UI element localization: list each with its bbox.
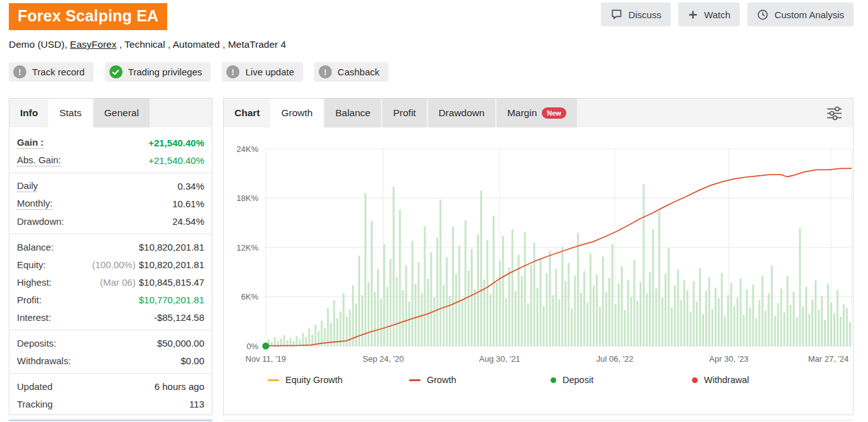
stat-row-interest: Interest:-$85,124.58 <box>9 308 212 326</box>
stat-row-monthly: Monthly:10.61% <box>9 195 212 212</box>
stat-label: Highest: <box>17 277 52 288</box>
stats-section: Deposits:$50,000.00Withdrawals:$0.00 <box>9 330 212 373</box>
stat-label: Equity: <box>17 259 46 270</box>
stat-label: Gain : <box>17 137 44 149</box>
exclamation-icon <box>13 65 26 78</box>
stats-section: Daily0.34%Monthly:10.61%Drawdown:24.54% <box>9 173 212 234</box>
stat-value: (Mar 06)$10,845,815.47 <box>100 277 204 288</box>
exclamation-icon <box>226 65 239 78</box>
svg-text:Aug 30, '21: Aug 30, '21 <box>479 354 520 364</box>
info-panel: InfoStatsGeneral Gain :+21,540.40%Abs. G… <box>9 98 212 415</box>
custom-analysis-button[interactable]: Custom Analysis <box>747 3 854 26</box>
badge-track-record: Track record <box>9 62 94 82</box>
chart-panel: ChartGrowthBalanceProfitDrawdownMarginNe… <box>223 98 854 415</box>
stat-value: 113 <box>189 399 204 409</box>
check-icon <box>109 65 123 78</box>
stat-label: Drawdown: <box>17 216 64 227</box>
stat-row-balance: Balance:$10,820,201.81 <box>9 238 212 256</box>
stat-label: Balance: <box>17 242 53 252</box>
info-tabstrip: InfoStatsGeneral <box>9 99 212 127</box>
stat-value: +21,540.40% <box>148 155 204 166</box>
badge-cashback: Cashback <box>314 62 388 82</box>
badge-live-update: Live update <box>222 62 303 82</box>
growth-chart: 0%6K%12K%18K%24K%Nov 11, '19Sep 24, '20A… <box>224 127 853 385</box>
stat-value: -$85,124.58 <box>154 312 204 323</box>
svg-text:Jul 06, '22: Jul 06, '22 <box>596 354 634 364</box>
legend-growth[interactable]: Growth <box>409 375 551 385</box>
stat-value: +21,540.40% <box>148 138 204 148</box>
new-badge: New <box>542 107 566 119</box>
badge-trading-privileges: Trading privileges <box>105 62 211 82</box>
legend-equity-growth[interactable]: Equity Growth <box>268 375 409 385</box>
stat-row-deposits: Deposits:$50,000.00 <box>9 334 212 352</box>
stat-value-note: (100.00%) <box>92 259 136 270</box>
tab-balance[interactable]: Balance <box>324 99 381 127</box>
tab-profit[interactable]: Profit <box>382 99 426 127</box>
svg-text:18K%: 18K% <box>236 193 258 203</box>
stat-value: $50,000.00 <box>157 338 204 349</box>
growth-swatch-icon <box>409 379 420 381</box>
stat-value-note: (Mar 06) <box>100 277 136 288</box>
legend-deposit[interactable]: Deposit <box>551 375 692 385</box>
stat-value: $10,770,201.81 <box>139 295 204 305</box>
discuss-button[interactable]: Discuss <box>601 3 671 26</box>
tab-chart: Chart <box>224 99 270 127</box>
growth-chart-svg: 0%6K%12K%18K%24K%Nov 11, '19Sep 24, '20A… <box>224 127 853 369</box>
tab-info: Info <box>9 99 48 127</box>
tab-stats[interactable]: Stats <box>48 99 92 127</box>
subtitle-prefix: Demo (USD), <box>9 39 70 50</box>
stat-row-profit: Profit:$10,770,201.81 <box>9 291 212 308</box>
header-actions: DiscussWatchCustom Analysis <box>601 3 854 26</box>
tab-growth[interactable]: Growth <box>270 99 323 127</box>
tab-margin[interactable]: MarginNew <box>497 99 577 127</box>
stat-row-withdrawals: Withdrawals:$0.00 <box>9 352 212 369</box>
svg-text:24K%: 24K% <box>236 144 258 154</box>
system-title: Forex Scalping EA <box>9 3 167 30</box>
page-header: Forex Scalping EA DiscussWatchCustom Ana… <box>0 0 868 82</box>
chart-legend: Equity GrowthGrowthDepositWithdrawal <box>224 375 853 385</box>
svg-text:Sep 24, '20: Sep 24, '20 <box>363 354 404 364</box>
svg-text:12K%: 12K% <box>236 243 258 252</box>
chart-settings-button[interactable] <box>816 99 853 127</box>
watch-button[interactable]: Watch <box>678 3 740 26</box>
stat-label: Profit: <box>17 295 41 305</box>
svg-text:Mar 27, '24: Mar 27, '24 <box>808 354 849 364</box>
stat-row-drawdown: Drawdown:24.54% <box>9 212 212 230</box>
stats-body: Gain :+21,540.40%Abs. Gain:+21,540.40%Da… <box>9 127 212 416</box>
stat-label: Abs. Gain: <box>17 154 61 166</box>
verification-badges: Track recordTrading privilegesLive updat… <box>9 62 854 82</box>
stat-label: Daily <box>17 180 38 192</box>
stat-value: (100.00%)$10,820,201.81 <box>92 259 205 270</box>
withdrawal-swatch-icon <box>692 377 698 383</box>
subtitle-suffix: , Technical , Automated , MetaTrader 4 <box>116 39 286 50</box>
system-subtitle: Demo (USD), EasyForex , Technical , Auto… <box>9 39 854 50</box>
main-content: InfoStatsGeneral Gain :+21,540.40%Abs. G… <box>9 98 854 415</box>
broker-link[interactable]: EasyForex <box>70 39 116 50</box>
next-section-edge-right <box>223 420 854 421</box>
stat-label: Deposits: <box>17 338 57 349</box>
stats-section: Updated6 hours agoTracking113 <box>9 373 212 416</box>
tab-drawdown[interactable]: Drawdown <box>428 99 495 127</box>
stat-value: $0.00 <box>180 355 204 366</box>
stat-row-updated: Updated6 hours ago <box>9 377 212 395</box>
chat-icon <box>610 8 623 21</box>
svg-text:6K%: 6K% <box>241 292 259 301</box>
stat-value: 10.61% <box>172 198 204 209</box>
svg-text:Nov 11, '19: Nov 11, '19 <box>246 354 286 364</box>
stats-section: Balance:$10,820,201.81Equity:(100.00%)$1… <box>9 234 212 330</box>
stat-label: Withdrawals: <box>17 355 71 366</box>
stat-row-gain: Gain :+21,540.40% <box>9 134 212 151</box>
stat-value: 0.34% <box>177 181 204 192</box>
exclamation-icon <box>319 65 332 78</box>
stat-value: 6 hours ago <box>155 381 204 392</box>
stat-value: $10,820,201.81 <box>139 242 204 252</box>
sliders-icon <box>826 106 843 121</box>
tab-general[interactable]: General <box>94 99 150 127</box>
legend-withdrawal[interactable]: Withdrawal <box>692 375 833 385</box>
clock-icon <box>757 9 769 21</box>
stat-row-abs-gain: Abs. Gain:+21,540.40% <box>9 151 212 169</box>
deposit-swatch-icon <box>551 377 556 383</box>
svg-text:0%: 0% <box>246 342 258 351</box>
stat-row-tracking: Tracking113 <box>9 395 212 413</box>
stat-row-daily: Daily0.34% <box>9 177 212 195</box>
